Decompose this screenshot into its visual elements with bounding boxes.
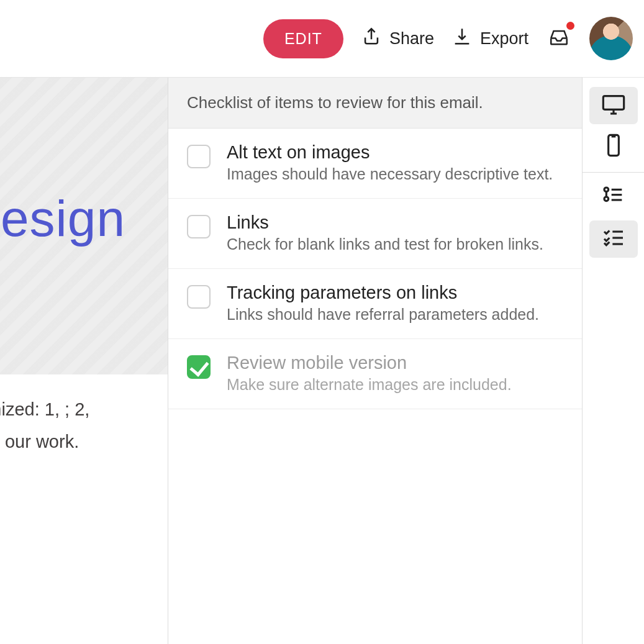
share-label: Share (389, 29, 434, 48)
checklist-item: Review mobile versionMake sure alternate… (168, 339, 582, 409)
checklist-item-title: Links (227, 212, 563, 233)
checklist-item-title: Alt text on images (227, 142, 563, 163)
top-toolbar: EDIT Share Export (0, 0, 644, 78)
right-sidebar (582, 78, 644, 644)
checklist-item-title: Tracking parameters on links (227, 283, 563, 303)
checklist-icon (601, 225, 626, 253)
sidebar-divider (583, 172, 644, 173)
svg-point-2 (604, 188, 609, 192)
checkbox[interactable] (187, 285, 211, 309)
mobile-view-button[interactable] (589, 128, 638, 165)
outline-icon (601, 184, 626, 212)
checkbox[interactable] (187, 355, 211, 379)
phone-icon (601, 133, 626, 160)
checklist-item: Alt text on imagesImages should have nec… (168, 129, 582, 199)
checkbox[interactable] (187, 215, 211, 238)
checklist-item-title: Review mobile version (227, 353, 563, 373)
checklist-header: Checklist of items to review for this em… (168, 78, 582, 129)
svg-rect-1 (608, 135, 619, 155)
inbox-button[interactable] (546, 24, 572, 53)
edit-button[interactable]: EDIT (263, 19, 343, 58)
inbox-icon (548, 39, 569, 50)
svg-rect-0 (603, 96, 624, 110)
checklist-item-subtitle: Links should have referral parameters ad… (227, 306, 563, 324)
email-preview-pane: design e your email’s e systemized: 1, ;… (0, 78, 168, 644)
desktop-view-button[interactable] (589, 87, 638, 124)
download-icon (451, 26, 473, 52)
checklist-item-subtitle: Images should have necessary descriptive… (227, 165, 563, 183)
checklist-item: Tracking parameters on linksLinks should… (168, 269, 582, 339)
preview-title-fragment: design (0, 189, 125, 248)
checklist-view-button[interactable] (589, 220, 638, 258)
outline-button[interactable] (589, 179, 638, 217)
notification-dot-icon (566, 22, 574, 30)
checkbox[interactable] (187, 145, 211, 168)
checklist-item-subtitle: Make sure alternate images are included. (227, 376, 563, 394)
checklist-panel: Checklist of items to review for this em… (168, 78, 582, 644)
preview-body-fragment: e your email’s e systemized: 1, ; 2, mai… (0, 393, 161, 493)
monitor-icon (601, 92, 626, 119)
share-button[interactable]: Share (361, 26, 434, 52)
share-icon (361, 26, 382, 52)
avatar[interactable] (589, 17, 633, 60)
export-label: Export (480, 29, 528, 48)
checklist-item: LinksCheck for blank links and test for … (168, 199, 582, 269)
svg-point-3 (604, 197, 609, 201)
checklist-item-subtitle: Check for blank links and test for broke… (227, 235, 563, 253)
export-button[interactable]: Export (451, 26, 528, 52)
